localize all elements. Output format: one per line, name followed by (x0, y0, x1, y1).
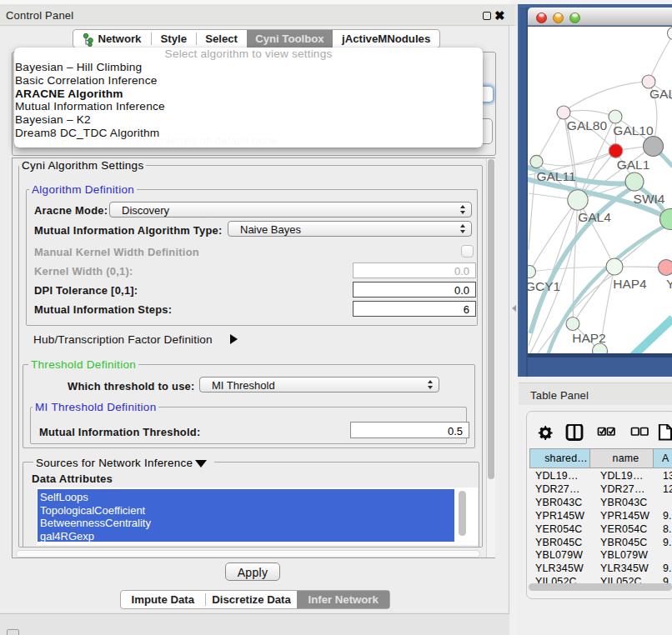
svg-text:GAL11: GAL11 (536, 169, 575, 183)
svg-text:SWI4: SWI4 (634, 192, 665, 206)
svg-text:HAP2: HAP2 (572, 331, 606, 345)
svg-text:GCY1: GCY1 (528, 279, 560, 293)
svg-text:GAL80: GAL80 (567, 118, 608, 132)
svg-text:HAP4: HAP4 (613, 277, 647, 291)
svg-text:Y: Y (666, 277, 672, 291)
svg-text:GAL2: GAL2 (649, 87, 672, 101)
svg-text:GAL10: GAL10 (613, 123, 654, 138)
svg-text:GAL1: GAL1 (617, 158, 650, 172)
svg-text:GAL4: GAL4 (578, 210, 611, 224)
